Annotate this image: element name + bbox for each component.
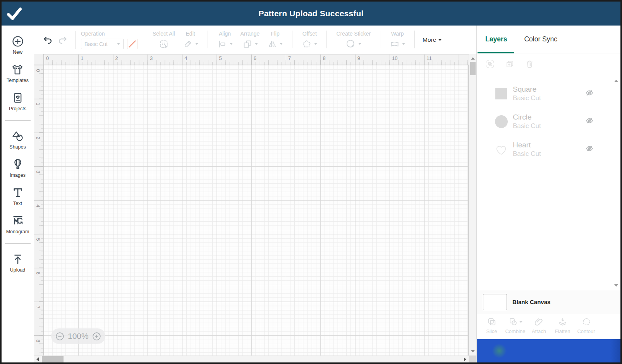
- undo-button[interactable]: [40, 33, 55, 46]
- sidebar-item-monogram[interactable]: Monogram: [6, 214, 29, 234]
- circle-thumbnail: [495, 115, 508, 128]
- edit-button[interactable]: Edit: [183, 31, 198, 50]
- toggle-visibility-button[interactable]: [585, 88, 594, 99]
- layer-list: Square Basic Cut Circle Basic Cut Heart …: [477, 76, 620, 290]
- zoom-level: 100%: [68, 332, 89, 341]
- sidebar-item-new[interactable]: New: [11, 35, 24, 55]
- layer-row-circle[interactable]: Circle Basic Cut: [477, 108, 620, 135]
- zoom-control: 100%: [51, 328, 105, 344]
- vertical-ruler: 012345678: [34, 65, 44, 355]
- sidebar-item-projects[interactable]: Projects: [9, 91, 26, 111]
- layer-actions-bar: Slice Combine Attach Flatten Contour: [477, 314, 620, 339]
- tab-color-sync[interactable]: Color Sync: [524, 35, 557, 43]
- toolbar-divider: [143, 31, 143, 49]
- h-ruler-number: 6: [254, 55, 256, 61]
- flip-label: Flip: [271, 31, 280, 37]
- chevron-down-icon: [402, 43, 405, 45]
- v-ruler-number: 0: [35, 67, 42, 74]
- redo-icon: [57, 35, 68, 45]
- chevron-down-icon: [255, 43, 258, 45]
- align-icon: [217, 39, 227, 49]
- upload-icon: [11, 253, 24, 266]
- flip-button[interactable]: Flip: [267, 31, 283, 50]
- toolbar-divider: [414, 31, 415, 48]
- canvas-color-swatch[interactable]: [483, 294, 507, 310]
- sidebar-item-shapes[interactable]: Shapes: [9, 130, 26, 150]
- group-icon: [485, 59, 495, 69]
- slice-button[interactable]: Slice: [480, 316, 503, 339]
- align-button[interactable]: Align: [217, 31, 233, 50]
- vertical-scroll-thumb[interactable]: [470, 62, 476, 75]
- undo-icon: [43, 35, 53, 45]
- warp-button[interactable]: Warp: [390, 31, 405, 50]
- right-panel: Layers Color Sync Square Basic Cut Circl…: [476, 26, 620, 362]
- arrange-button[interactable]: Arrange: [241, 31, 260, 50]
- v-ruler-number: 1: [35, 101, 42, 108]
- scroll-up-icon[interactable]: [471, 57, 475, 60]
- v-ruler-number: 6: [35, 270, 42, 277]
- sidebar-item-label: Projects: [9, 106, 26, 111]
- contour-button[interactable]: Contour: [574, 316, 598, 339]
- primary-action-button[interactable]: [477, 339, 620, 362]
- chevron-down-icon: [358, 43, 361, 45]
- sidebar-item-upload[interactable]: Upload: [10, 253, 26, 273]
- slice-icon: [487, 317, 497, 327]
- sidebar-item-text[interactable]: Text: [11, 186, 24, 206]
- canvas-grid[interactable]: [44, 65, 469, 355]
- pencil-icon: [183, 39, 193, 49]
- toggle-visibility-button[interactable]: [585, 144, 594, 155]
- create-sticker-button[interactable]: Create Sticker: [336, 31, 371, 50]
- redo-button[interactable]: [55, 33, 70, 46]
- tshirt-icon: [11, 63, 24, 76]
- attach-button[interactable]: Attach: [527, 316, 551, 339]
- v-ruler-number: 8: [35, 337, 42, 344]
- canvas-background-row[interactable]: Blank Canvas: [477, 290, 620, 314]
- toolbar-group: Offset: [298, 31, 321, 50]
- scroll-down-icon[interactable]: [471, 350, 475, 352]
- chevron-down-icon: [314, 43, 317, 45]
- horizontal-scroll-thumb[interactable]: [42, 356, 64, 362]
- layer-row-heart[interactable]: Heart Basic Cut: [477, 135, 620, 163]
- plus-circle-icon: [11, 35, 24, 48]
- horizontal-scrollbar[interactable]: [34, 355, 469, 362]
- panel-tabs: Layers Color Sync: [477, 26, 620, 53]
- no-fill-swatch-icon: [127, 39, 137, 49]
- toggle-visibility-button[interactable]: [585, 116, 594, 127]
- toolbar-divider: [208, 31, 208, 48]
- heart-thumbnail: [495, 143, 508, 156]
- duplicate-layers-button[interactable]: [505, 59, 515, 70]
- combine-button[interactable]: Combine: [503, 316, 527, 339]
- color-swatch-button[interactable]: [127, 39, 137, 49]
- group-layers-button[interactable]: [485, 59, 495, 70]
- offset-button[interactable]: Offset: [302, 31, 317, 50]
- design-canvas[interactable]: 01234567891011 012345678 100%: [34, 54, 476, 362]
- zoom-in-button[interactable]: [92, 332, 101, 341]
- flatten-button[interactable]: Flatten: [551, 316, 574, 339]
- layer-name: Circle: [513, 113, 541, 121]
- more-button[interactable]: More: [423, 36, 442, 43]
- vertical-scrollbar[interactable]: [469, 54, 476, 362]
- v-ruler-number: 2: [35, 135, 42, 142]
- h-ruler-number: 4: [184, 55, 187, 61]
- h-ruler-number: 9: [357, 55, 360, 61]
- operation-select[interactable]: Basic Cut: [81, 39, 124, 49]
- layer-row-square[interactable]: Square Basic Cut: [477, 80, 620, 108]
- tab-layers[interactable]: Layers: [485, 35, 507, 43]
- scrollbar-corner: [469, 355, 476, 362]
- h-ruler-number: 1: [81, 55, 83, 61]
- h-ruler-number: 10: [392, 55, 397, 61]
- zoom-out-button[interactable]: [55, 332, 65, 341]
- delete-layers-button[interactable]: [525, 59, 534, 70]
- project-card-icon: [11, 91, 24, 104]
- eye-off-icon: [585, 144, 594, 153]
- chevron-down-icon: [519, 321, 522, 323]
- sticker-icon: [346, 39, 356, 49]
- select-all-button[interactable]: Select All: [153, 31, 175, 50]
- sidebar-item-images[interactable]: Images: [10, 158, 26, 178]
- list-scroll-down-icon[interactable]: [614, 284, 618, 287]
- h-ruler-number: 7: [288, 55, 291, 61]
- sidebar-item-label: New: [13, 50, 22, 55]
- scroll-left-icon[interactable]: [36, 357, 39, 361]
- scroll-right-icon[interactable]: [464, 357, 466, 361]
- sidebar-item-templates[interactable]: Templates: [7, 63, 29, 83]
